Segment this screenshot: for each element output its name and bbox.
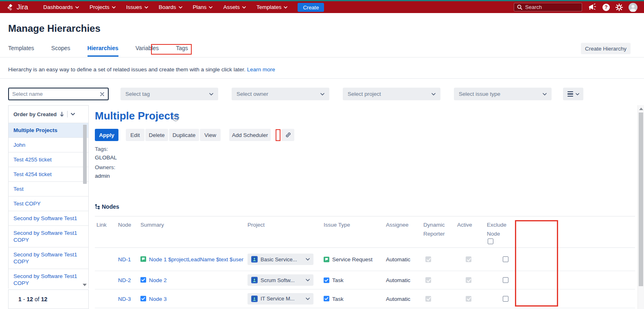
- sidebar-item-test-4255-ticket[interactable]: Test 4255 ticket: [9, 152, 88, 167]
- nav-projects[interactable]: Projects: [84, 1, 121, 13]
- node-summary-link[interactable]: Node 2: [140, 276, 245, 284]
- topbar-right: ?: [514, 3, 644, 12]
- user-avatar[interactable]: [629, 3, 637, 12]
- name-filter-input[interactable]: [12, 91, 100, 97]
- link-icon: [285, 132, 291, 138]
- tab-hierarchies[interactable]: Hierarchies: [88, 45, 118, 57]
- help-icon[interactable]: ?: [602, 4, 610, 11]
- nav-templates[interactable]: Templates: [251, 1, 293, 13]
- nav-dashboards[interactable]: Dashboards: [38, 1, 84, 13]
- owner-filter-dropdown[interactable]: Select owner: [232, 88, 329, 100]
- col-project: Project: [248, 221, 296, 230]
- search-input[interactable]: [525, 4, 579, 10]
- sidebar-item-multiple-projects[interactable]: Multiple Projects: [9, 123, 88, 138]
- delete-button[interactable]: Delete: [145, 129, 168, 141]
- main-scrollbar[interactable]: [637, 105, 644, 309]
- col-summary: Summary: [140, 221, 222, 230]
- edit-button[interactable]: Edit: [126, 129, 145, 141]
- chevron-down-icon: [306, 258, 310, 260]
- main-scrollbar-thumb[interactable]: [639, 113, 643, 286]
- dynamic-reporter-checkbox: [425, 296, 431, 302]
- sidebar-scrollbar-thumb[interactable]: [83, 125, 87, 184]
- owners-value: admin: [95, 173, 110, 179]
- assignee-cell: Automatic: [386, 277, 410, 283]
- issue-type-cell: Service Request: [324, 256, 372, 263]
- top-nav: Jira Dashboards Projects Issues Boards P…: [0, 1, 644, 13]
- settings-icon[interactable]: [616, 4, 623, 11]
- node-summary-link[interactable]: Node 1 $projectLeadName $text $user: [140, 256, 245, 263]
- page-dash: -: [23, 296, 25, 302]
- megaphone-icon[interactable]: [588, 3, 597, 11]
- list-actions-dropdown[interactable]: [563, 88, 583, 100]
- sidebar-item-second-by-software-test1-copy[interactable]: Second by Software Test1 COPY: [9, 269, 88, 291]
- sidebar-item-test-4254-ticket[interactable]: Test 4254 ticket: [9, 167, 88, 182]
- col-link: Link: [96, 221, 113, 230]
- chevron-down-icon: [320, 93, 324, 95]
- pagination: 1 - 12 of 12: [8, 289, 89, 309]
- nav-boards[interactable]: Boards: [153, 1, 188, 13]
- copy-link-button[interactable]: [282, 129, 294, 141]
- issue-type-filter-dropdown[interactable]: Select issue type: [454, 88, 552, 100]
- order-by-control[interactable]: Order by Created: [9, 106, 88, 123]
- sidebar-item-second-by-software-test1[interactable]: Second by Software Test1: [9, 211, 88, 226]
- scroll-up-arrow[interactable]: [639, 108, 643, 110]
- node-key-link[interactable]: ND-2: [118, 277, 131, 283]
- sidebar-item-second-by-software-test1-copy[interactable]: Second by Software Test1 COPY: [9, 226, 88, 247]
- main-menu: Dashboards Projects Issues Boards Plans …: [38, 1, 293, 13]
- project-dropdown[interactable]: IT Service M...: [248, 293, 313, 305]
- info-icon[interactable]: [172, 115, 179, 123]
- assignee-cell: Automatic: [386, 296, 410, 302]
- sidebar-item-john[interactable]: John: [9, 138, 88, 152]
- tags-value: GLOBAL: [95, 154, 117, 161]
- project-dropdown[interactable]: Basic Service...: [248, 254, 313, 265]
- sidebar-item-test[interactable]: Test: [9, 182, 88, 196]
- add-scheduler-button[interactable]: Add Scheduler: [229, 129, 271, 141]
- node-summary-link[interactable]: Node 3: [140, 295, 245, 302]
- tab-scopes[interactable]: Scopes: [51, 45, 70, 57]
- issue-type-icon: [140, 277, 146, 284]
- page-description: Hierarchy is an easy way to define a set…: [8, 66, 275, 73]
- chevron-down-icon: [209, 6, 212, 9]
- sidebar-scroll-down-arrow[interactable]: [83, 284, 87, 286]
- exclude-node-checkbox[interactable]: [503, 277, 508, 283]
- create-hierarchy-button[interactable]: Create Hierarchy: [581, 43, 631, 54]
- view-button[interactable]: View: [200, 129, 221, 141]
- annotation-rect-toolbar: [276, 129, 280, 141]
- chevron-down-icon: [242, 6, 246, 9]
- exclude-all-checkbox[interactable]: [488, 238, 493, 244]
- exclude-node-checkbox[interactable]: [503, 256, 508, 262]
- node-key-link[interactable]: ND-1: [118, 256, 131, 263]
- clear-icon[interactable]: [100, 92, 105, 97]
- name-filter: [8, 88, 109, 100]
- duplicate-button[interactable]: Duplicate: [169, 129, 199, 141]
- col-active: Active: [457, 221, 478, 230]
- apply-button[interactable]: Apply: [95, 129, 118, 141]
- global-search[interactable]: [514, 3, 582, 11]
- nav-issues[interactable]: Issues: [121, 1, 153, 13]
- project-dropdown[interactable]: Scrum Softw...: [248, 274, 313, 286]
- learn-more-link[interactable]: Learn more: [247, 66, 275, 73]
- jira-logo[interactable]: Jira: [7, 3, 28, 11]
- tab-templates[interactable]: Templates: [8, 45, 34, 57]
- tag-filter-label: Select tag: [125, 91, 150, 97]
- chevron-down-icon: [284, 6, 287, 9]
- dynamic-reporter-checkbox: [425, 256, 431, 262]
- nav-assets[interactable]: Assets: [218, 1, 251, 13]
- nodes-title: Nodes: [102, 203, 119, 210]
- sidebar-item-test-copy[interactable]: Test COPY: [9, 196, 88, 211]
- page-of: of: [35, 296, 39, 302]
- issue-type-icon: [140, 256, 146, 263]
- node-key-link[interactable]: ND-3: [118, 296, 131, 302]
- hierarchy-title: Multiple Projects: [95, 110, 180, 122]
- sidebar-item-second-by-software-test1-copy[interactable]: Second by Software Test1 COPY: [9, 247, 88, 269]
- nav-plans[interactable]: Plans: [188, 1, 218, 13]
- nodes-tree-icon: [95, 204, 100, 210]
- chevron-down-icon: [179, 6, 182, 9]
- project-filter-dropdown[interactable]: Select project: [343, 88, 440, 100]
- exclude-node-checkbox[interactable]: [503, 296, 508, 302]
- project-avatar: [251, 296, 258, 302]
- active-checkbox: [466, 256, 471, 262]
- create-button[interactable]: Create: [298, 3, 324, 12]
- tag-filter-dropdown[interactable]: Select tag: [120, 88, 218, 100]
- nodes-section-header: Nodes: [95, 203, 119, 210]
